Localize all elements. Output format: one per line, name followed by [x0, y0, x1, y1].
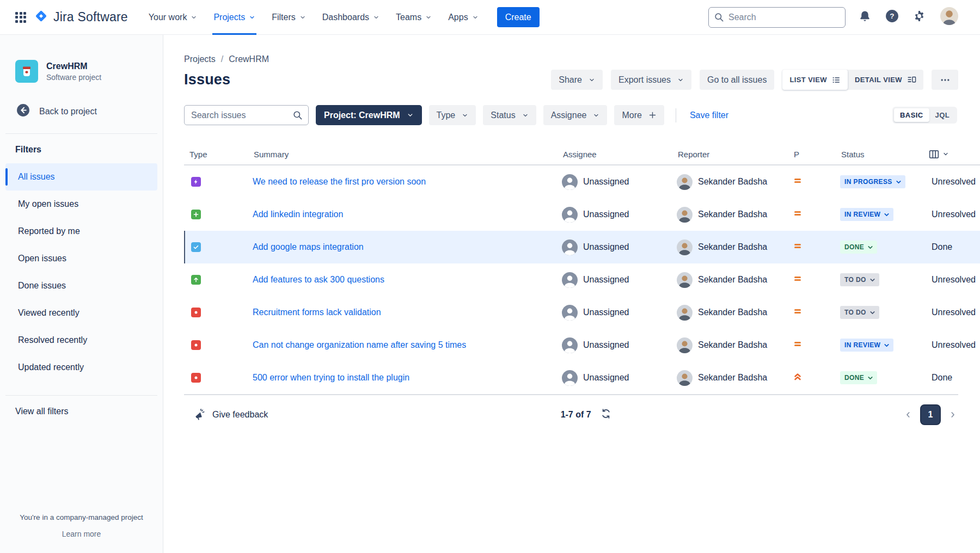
help-icon[interactable]: ?	[885, 9, 899, 25]
table-row[interactable]: Add features to ask 300 questions Unassi…	[184, 263, 980, 296]
issue-summary-link[interactable]: Add features to ask 300 questions	[253, 275, 384, 285]
next-page-icon[interactable]	[948, 410, 957, 419]
detail-view-toggle[interactable]: DETAIL VIEW	[848, 70, 923, 90]
global-search	[708, 7, 846, 28]
issue-summary-link[interactable]: We need to release the first pro version…	[253, 177, 426, 187]
type-filter-button[interactable]: Type	[429, 105, 476, 125]
assignee-filter-button[interactable]: Assignee	[543, 105, 608, 125]
nav-your-work[interactable]: Your work	[148, 0, 199, 35]
chevron-down-icon	[867, 244, 874, 251]
sidebar-item-all-issues[interactable]: All issues	[5, 163, 157, 191]
col-header-reporter: Reporter	[677, 150, 793, 159]
sidebar-item-updated-recently[interactable]: Updated recently	[5, 354, 157, 381]
nav-teams[interactable]: Teams	[395, 0, 433, 35]
nav-apps[interactable]: Apps	[447, 0, 479, 35]
assignee-cell[interactable]: Unassigned	[562, 305, 629, 321]
table-row[interactable]: Add linkedin integration Unassigned Seka…	[184, 198, 980, 231]
reporter-avatar	[677, 272, 693, 288]
refresh-icon[interactable]	[601, 408, 611, 421]
project-type: Software project	[46, 73, 101, 82]
breadcrumb-projects[interactable]: Projects	[184, 54, 216, 64]
give-feedback-button[interactable]: Give feedback	[194, 409, 268, 421]
settings-gear-icon[interactable]	[913, 10, 926, 24]
page-1-button[interactable]: 1	[920, 404, 941, 425]
search-issues-input[interactable]	[184, 105, 309, 125]
sidebar-item-viewed-recently[interactable]: Viewed recently	[5, 299, 157, 327]
reporter-cell[interactable]: Sekander Badsha	[677, 239, 767, 255]
status-dropdown[interactable]: DONE	[840, 371, 877, 384]
breadcrumb-crewhrm[interactable]: CrewHRM	[229, 54, 269, 64]
reporter-cell[interactable]: Sekander Badsha	[677, 272, 767, 288]
table-row[interactable]: Can not change organization name after s…	[184, 329, 980, 361]
table-row-selected[interactable]: Add google maps integration Unassigned S…	[184, 231, 980, 263]
sidebar-item-open-issues[interactable]: Open issues	[5, 245, 157, 272]
status-dropdown[interactable]: IN PROGRESS	[840, 175, 905, 188]
assignee-cell[interactable]: Unassigned	[562, 370, 629, 386]
unassigned-avatar-icon	[562, 272, 578, 288]
table-row[interactable]: Recruitment forms lack validation Unassi…	[184, 296, 980, 329]
issue-summary-link[interactable]: Add google maps integration	[253, 242, 364, 252]
chevron-down-icon	[462, 112, 468, 119]
app-switcher-icon[interactable]	[15, 12, 26, 23]
priority-highest-icon	[793, 372, 803, 384]
chevron-down-icon	[593, 112, 599, 119]
go-to-all-issues-button[interactable]: Go to all issues	[700, 70, 774, 90]
assignee-cell[interactable]: Unassigned	[562, 272, 629, 288]
nav-dashboards[interactable]: Dashboards	[321, 0, 381, 35]
create-button[interactable]: Create	[497, 7, 540, 27]
search-input[interactable]	[708, 7, 846, 28]
list-view-toggle[interactable]: LIST VIEW	[782, 70, 848, 90]
assignee-cell[interactable]: Unassigned	[562, 239, 629, 255]
status-dropdown[interactable]: TO DO	[840, 306, 879, 319]
status-filter-button[interactable]: Status	[483, 105, 536, 125]
table-header-row: Type Summary Assignee Reporter P Status	[184, 144, 980, 165]
jql-mode-toggle[interactable]: JQL	[929, 108, 955, 122]
improvement-icon	[191, 275, 201, 285]
reporter-cell[interactable]: Sekander Badsha	[677, 305, 767, 321]
basic-mode-toggle[interactable]: BASIC	[894, 108, 929, 122]
notifications-bell-icon[interactable]	[859, 10, 871, 24]
issue-summary-link[interactable]: Can not change organization name after s…	[253, 340, 466, 350]
more-actions-button[interactable]	[932, 70, 958, 90]
assignee-cell[interactable]: Unassigned	[562, 337, 629, 353]
reporter-cell[interactable]: Sekander Badsha	[677, 337, 767, 353]
more-filters-button[interactable]: More	[614, 105, 664, 125]
configure-columns-button[interactable]	[928, 149, 949, 160]
share-button[interactable]: Share	[551, 70, 603, 90]
learn-more-link[interactable]: Learn more	[62, 530, 101, 538]
assignee-cell[interactable]: Unassigned	[562, 207, 629, 223]
chevron-down-icon	[299, 14, 306, 21]
project-filter-button[interactable]: Project: CrewHRM	[316, 105, 422, 125]
export-issues-button[interactable]: Export issues	[611, 70, 691, 90]
reporter-avatar	[677, 207, 693, 223]
reporter-cell[interactable]: Sekander Badsha	[677, 207, 767, 223]
chevron-down-icon	[869, 276, 876, 284]
back-to-project[interactable]: Back to project	[16, 103, 163, 119]
jira-logo[interactable]: Jira Software	[34, 9, 128, 26]
view-all-filters-link[interactable]: View all filters	[15, 407, 69, 416]
plus-icon	[648, 111, 657, 119]
user-avatar[interactable]	[940, 7, 959, 28]
sidebar-item-resolved-recently[interactable]: Resolved recently	[5, 327, 157, 354]
prev-page-icon[interactable]	[904, 410, 912, 419]
status-dropdown[interactable]: IN REVIEW	[840, 339, 893, 352]
table-row[interactable]: 500 error when trying to install the plu…	[184, 361, 980, 394]
reporter-cell[interactable]: Sekander Badsha	[677, 370, 767, 386]
project-name: CrewHRM	[46, 62, 101, 71]
sidebar-item-reported-by-me[interactable]: Reported by me	[5, 218, 157, 245]
assignee-cell[interactable]: Unassigned	[562, 174, 629, 190]
nav-projects[interactable]: Projects	[212, 0, 256, 35]
issue-summary-link[interactable]: 500 error when trying to install the plu…	[253, 373, 409, 383]
status-dropdown[interactable]: TO DO	[840, 273, 879, 286]
reporter-avatar	[677, 337, 693, 353]
save-filter-button[interactable]: Save filter	[688, 110, 731, 120]
status-dropdown[interactable]: DONE	[840, 241, 877, 254]
sidebar-item-done-issues[interactable]: Done issues	[5, 272, 157, 299]
sidebar-item-my-open-issues[interactable]: My open issues	[5, 191, 157, 218]
table-row[interactable]: We need to release the first pro version…	[184, 165, 980, 198]
reporter-cell[interactable]: Sekander Badsha	[677, 174, 767, 190]
nav-filters[interactable]: Filters	[271, 0, 307, 35]
status-dropdown[interactable]: IN REVIEW	[840, 208, 893, 221]
issue-summary-link[interactable]: Recruitment forms lack validation	[253, 308, 381, 317]
issue-summary-link[interactable]: Add linkedin integration	[253, 210, 343, 219]
